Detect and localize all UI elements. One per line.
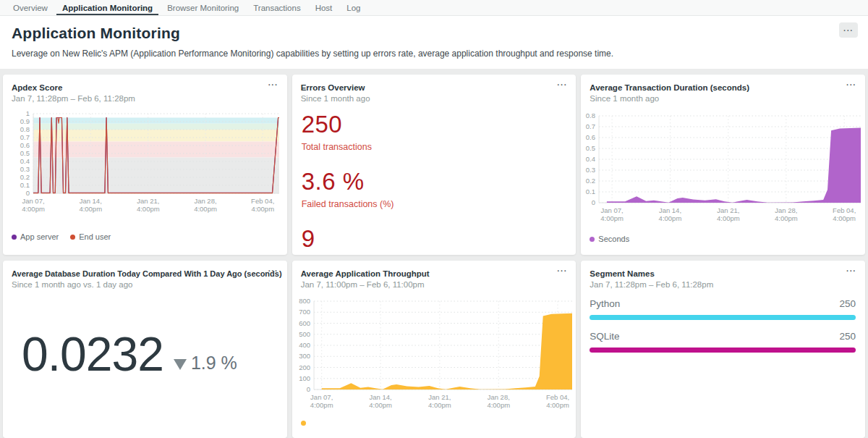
svg-text:4:00pm: 4:00pm [717, 214, 740, 222]
svg-text:Jan 21,: Jan 21, [428, 393, 451, 401]
page-header: Application Monitoring Leverage on New R… [0, 16, 868, 69]
svg-text:0.7: 0.7 [586, 122, 595, 130]
card-subtitle: Jan 7, 11:28pm – Feb 6, 11:28pm [590, 280, 856, 289]
segment-value: 250 [839, 298, 856, 309]
metric-failed-transactions: 9 Failed transactions [302, 225, 394, 255]
svg-text:0.9: 0.9 [20, 117, 30, 125]
svg-text:Jan 28,: Jan 28, [487, 393, 509, 401]
card-segment-names: Segment Names Jan 7, 11:28pm – Feb 6, 11… [581, 261, 865, 438]
svg-text:4:00pm: 4:00pm [310, 401, 333, 409]
svg-text:Feb 04,: Feb 04, [546, 393, 569, 401]
svg-text:4:00pm: 4:00pm [79, 205, 102, 213]
billboard-delta: 1.9 % [191, 353, 237, 374]
page-menu-button[interactable]: ··· [839, 22, 858, 38]
svg-text:100: 100 [299, 374, 310, 382]
card-avg-application-throughput: Average Application Throughput Jan 7, 11… [292, 261, 576, 438]
svg-text:Jan 14,: Jan 14, [659, 206, 681, 214]
svg-text:4:00pm: 4:00pm [659, 214, 682, 222]
svg-text:0.3: 0.3 [586, 166, 595, 174]
card-errors-overview: Errors Overview Since 1 month ago ··· 25… [292, 75, 576, 255]
segment-name: Python [590, 298, 620, 309]
legend-item[interactable]: Seconds [590, 235, 629, 243]
svg-text:4:00pm: 4:00pm [251, 205, 274, 213]
svg-text:0: 0 [26, 189, 30, 197]
trend-down-icon [174, 359, 187, 370]
tab-host[interactable]: Host [308, 0, 340, 15]
segment-name: SQLite [590, 331, 619, 342]
svg-text:700: 700 [299, 308, 310, 316]
svg-text:800: 800 [299, 297, 310, 305]
svg-text:0.8: 0.8 [20, 125, 30, 133]
metric-value: 3.6 % [302, 168, 394, 195]
duration-area-chart: 0.80.70.60.50.40.30.20.10Jan 07,4:00pmJa… [581, 75, 865, 228]
card-subtitle: Since 1 month ago vs. 1 day ago [12, 280, 278, 289]
tab-overview[interactable]: Overview [6, 0, 55, 15]
page-title: Application Monitoring [12, 25, 856, 42]
svg-text:400: 400 [299, 341, 310, 349]
duration-legend: Seconds [590, 235, 629, 243]
card-subtitle: Since 1 month ago [301, 94, 568, 103]
billboard: 0.0232 1.9 % [22, 330, 237, 378]
legend-item[interactable] [301, 421, 306, 426]
svg-text:4:00pm: 4:00pm [194, 205, 217, 213]
metric-total-transactions: 250 Total transactions [302, 111, 394, 152]
svg-text:1: 1 [26, 109, 30, 117]
card-menu-button[interactable]: ··· [557, 80, 567, 89]
ellipsis-icon: ··· [843, 26, 854, 35]
svg-text:Jan 14,: Jan 14, [80, 197, 102, 205]
card-title: Errors Overview [301, 83, 568, 92]
svg-text:0.1: 0.1 [20, 181, 30, 189]
card-avg-transaction-duration: Average Transaction Duration (seconds) S… [581, 75, 865, 255]
svg-text:4:00pm: 4:00pm [546, 401, 569, 409]
apdex-line-chart: 10.90.80.70.60.50.40.30.20.10Jan 07,4:00… [3, 75, 287, 228]
svg-text:0.5: 0.5 [586, 144, 595, 152]
apdex-legend: App serverEnd user [12, 232, 111, 241]
card-menu-button[interactable]: ··· [268, 266, 278, 275]
legend-item[interactable]: End user [70, 232, 111, 241]
segment-value: 250 [839, 331, 856, 342]
page-description: Leverage on New Relic's APM (Application… [12, 49, 856, 59]
billboard-value: 0.0232 [22, 330, 163, 378]
svg-text:Jan 07,: Jan 07, [310, 393, 333, 401]
tab-log[interactable]: Log [339, 0, 367, 15]
svg-text:Jan 14,: Jan 14, [369, 393, 391, 401]
svg-text:4:00pm: 4:00pm [775, 214, 798, 222]
throughput-area-chart: 8007006005004003002001000Jan 07,4:00pmJa… [292, 261, 576, 414]
svg-text:200: 200 [299, 363, 310, 371]
ellipsis-icon: ··· [846, 266, 856, 275]
card-apdex-score: Apdex Score Jan 7, 11:28pm – Feb 6, 11:2… [3, 75, 287, 255]
dashboard-grid: Apdex Score Jan 7, 11:28pm – Feb 6, 11:2… [0, 69, 868, 438]
svg-text:4:00pm: 4:00pm [369, 401, 392, 409]
segment-list: Python 250 SQLite 250 [590, 298, 856, 363]
tab-transactions[interactable]: Transactions [246, 0, 307, 15]
svg-text:0: 0 [306, 385, 310, 393]
svg-text:0.6: 0.6 [20, 141, 30, 149]
svg-text:300: 300 [299, 352, 310, 360]
throughput-legend [301, 421, 306, 426]
svg-text:4:00pm: 4:00pm [487, 401, 510, 409]
tab-browser-monitoring[interactable]: Browser Monitoring [160, 0, 246, 15]
svg-text:500: 500 [299, 330, 310, 338]
metric-failed-transactions-pct: 3.6 % Failed transactions (%) [302, 168, 394, 209]
card-menu-button[interactable]: ··· [846, 266, 856, 275]
svg-text:Jan 07,: Jan 07, [22, 197, 44, 205]
segment-row-python: Python 250 [590, 298, 856, 320]
svg-text:Jan 28,: Jan 28, [775, 206, 798, 214]
legend-dot-icon [301, 421, 306, 426]
svg-text:4:00pm: 4:00pm [22, 205, 45, 213]
legend-dot-icon [590, 237, 595, 242]
svg-text:4:00pm: 4:00pm [137, 205, 160, 213]
svg-text:4:00pm: 4:00pm [601, 214, 624, 222]
svg-text:0.7: 0.7 [20, 133, 30, 141]
svg-text:0.4: 0.4 [20, 157, 30, 165]
errors-metrics: 250 Total transactions 3.6 % Failed tran… [302, 111, 394, 255]
metric-value: 250 [302, 111, 394, 138]
card-title: Average Database Duration Today Compared… [12, 269, 278, 278]
metric-value: 9 [302, 225, 394, 253]
legend-label: End user [79, 232, 111, 241]
svg-text:Jan 28,: Jan 28, [194, 197, 216, 205]
svg-text:Feb 04,: Feb 04, [833, 206, 856, 214]
legend-item[interactable]: App server [12, 232, 59, 241]
tab-application-monitoring[interactable]: Application Monitoring [55, 0, 160, 15]
card-title: Segment Names [590, 269, 856, 278]
